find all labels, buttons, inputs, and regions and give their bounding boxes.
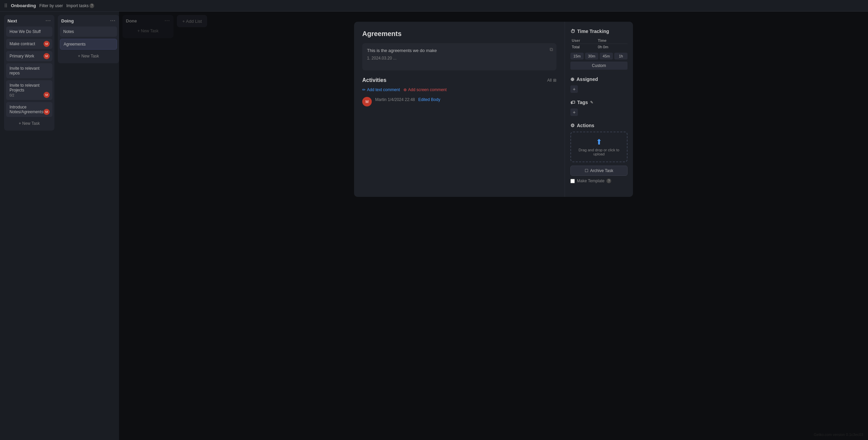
column-title-next: Next <box>7 18 17 23</box>
time-tracking-section: ⏱ Time Tracking User Time Total <box>570 29 628 70</box>
tags-section: 🏷 Tags ✎ + <box>570 100 628 116</box>
activities-header: Activities All ⊞ <box>362 77 556 83</box>
task-title: Agreements <box>64 42 86 47</box>
task-card[interactable]: Introduce Notes/Agreements M <box>6 102 52 117</box>
task-card-notes[interactable]: Notes <box>60 27 117 37</box>
column-menu-doing[interactable]: ··· <box>110 18 116 24</box>
column-menu-next[interactable]: ··· <box>46 18 51 24</box>
time-table-time-header: Time <box>597 37 628 44</box>
time-btn-30m[interactable]: 30m <box>585 53 598 60</box>
make-template-help-icon: ? <box>606 179 611 183</box>
clock-icon: ⏱ <box>570 29 575 34</box>
task-title: Invite to relevant Projects <box>10 83 39 92</box>
column-doing: Doing ··· Notes Agreements + New Task <box>58 15 119 63</box>
archive-task-button[interactable]: ☐ Archive Task <box>570 166 628 176</box>
upload-text: Drag and drop or click to upload <box>574 148 623 156</box>
actions-title: ⚙ Actions <box>570 123 628 128</box>
activity-timestamp: 1/4/2024 22:48 <box>388 97 415 102</box>
time-table: User Time Total 0h 0m <box>570 37 628 50</box>
upload-area[interactable]: ⬆ Drag and drop or click to upload <box>570 132 628 162</box>
task-title: Invite to relevant repos <box>10 66 39 75</box>
detail-title: Agreements <box>362 30 556 38</box>
assigned-icon: ⊕ <box>570 77 574 82</box>
time-btn-1h[interactable]: 1h <box>614 53 628 60</box>
column-header-doing: Doing ··· <box>58 15 119 27</box>
activity-avatar: M <box>362 97 372 106</box>
task-badge: 0/2 <box>10 94 49 97</box>
time-btn-15m[interactable]: 15m <box>570 53 584 60</box>
new-task-button-doing[interactable]: + New Task <box>60 52 117 61</box>
time-btn-45m[interactable]: 45m <box>600 53 613 60</box>
custom-time-button[interactable]: Custom <box>570 62 628 70</box>
activity-content: Martin 1/4/2024 22:48 Edited Body <box>375 97 440 102</box>
column-header-next: Next ··· <box>4 15 54 27</box>
screen-icon: ⊕ <box>403 87 407 92</box>
make-template-row: Make Template ? <box>570 179 628 183</box>
add-tag-button[interactable]: + <box>570 108 578 116</box>
grid-icon: ⠿ <box>4 3 7 9</box>
avatar: M <box>44 92 50 98</box>
avatar: M <box>44 53 50 59</box>
time-total-label: Total <box>570 44 597 50</box>
task-card[interactable]: How We Do Stuff <box>6 27 52 37</box>
column-next: Next ··· How We Do Stuff Make contract M… <box>4 15 54 131</box>
tags-edit-icon[interactable]: ✎ <box>590 100 593 105</box>
actions-icon: ⚙ <box>570 123 575 128</box>
add-text-comment-button[interactable]: ✏ Add text comment <box>362 87 400 92</box>
task-card-agreements[interactable]: Agreements <box>60 39 117 50</box>
assigned-section: ⊕ Assigned + <box>570 77 628 93</box>
add-screen-comment-button[interactable]: ⊕ Add screen comment <box>403 87 447 92</box>
avatar: M <box>44 41 50 47</box>
actions-section: ⚙ Actions ⬆ Drag and drop or click to up… <box>570 123 628 183</box>
task-card[interactable]: Invite to relevant Projects 0/2 M <box>6 80 52 100</box>
archive-icon: ☐ <box>585 168 588 173</box>
task-card[interactable]: Invite to relevant repos <box>6 63 52 78</box>
activities-title: Activities <box>362 77 386 83</box>
time-table-total-row: Total 0h 0m <box>570 44 628 50</box>
add-comment-row: ✏ Add text comment ⊕ Add screen comment <box>362 87 556 92</box>
detail-body-sub: 1. 2024.03.20 ... <box>367 56 552 61</box>
activities-all-toggle[interactable]: All ⊞ <box>547 78 556 83</box>
activity-user: Martin <box>375 97 386 102</box>
detail-panel: Agreements This is the agreements we do … <box>354 22 633 197</box>
task-card[interactable]: Primary Work M <box>6 51 52 61</box>
assigned-title: ⊕ Assigned <box>570 77 628 82</box>
task-title: Make contract <box>10 41 35 46</box>
avatar: M <box>44 109 50 115</box>
detail-main: Agreements This is the agreements we do … <box>354 22 565 197</box>
import-tasks[interactable]: Import tasks ? <box>66 3 94 8</box>
tag-icon: 🏷 <box>570 100 575 105</box>
tags-title: 🏷 Tags ✎ <box>570 100 628 105</box>
board: Next ··· How We Do Stuff Make contract M… <box>0 12 868 440</box>
column-title-doing: Doing <box>61 18 74 23</box>
edit-icon: ✏ <box>362 87 366 92</box>
add-assignee-button[interactable]: + <box>570 85 578 93</box>
make-template-label: Make Template <box>577 179 604 183</box>
make-template-checkbox[interactable] <box>570 179 575 183</box>
detail-body-text: This is the agreements we do make <box>367 48 552 53</box>
task-title: Primary Work <box>10 54 34 58</box>
new-task-button-next[interactable]: + New Task <box>6 119 52 128</box>
detail-sidebar: ⏱ Time Tracking User Time Total <box>565 22 633 197</box>
detail-overlay: Agreements This is the agreements we do … <box>119 12 868 440</box>
detail-body: This is the agreements we do make 1. 202… <box>362 43 556 70</box>
time-total-value: 0h 0m <box>597 44 628 50</box>
filter-by-user[interactable]: Filter by user <box>39 3 63 8</box>
app-title: Onboarding <box>11 3 36 8</box>
task-title: Introduce Notes/Agreements <box>10 105 43 114</box>
import-help-icon: ? <box>89 3 94 8</box>
upload-icon: ⬆ <box>574 138 623 147</box>
top-nav: ⠿ Onboarding Filter by user Import tasks… <box>0 0 868 12</box>
time-increment-buttons: 15m 30m 45m 1h <box>570 53 628 60</box>
copy-icon[interactable]: ⧉ <box>550 47 553 52</box>
grid-small-icon: ⊞ <box>553 78 556 83</box>
task-title: How We Do Stuff <box>10 29 41 34</box>
activity-action: Edited Body <box>418 97 440 102</box>
activity-item: M Martin 1/4/2024 22:48 Edited Body <box>362 97 556 106</box>
time-tracking-title: ⏱ Time Tracking <box>570 29 628 34</box>
task-title: Notes <box>63 29 74 34</box>
time-table-user-header: User <box>570 37 597 44</box>
task-card[interactable]: Make contract M <box>6 39 52 49</box>
